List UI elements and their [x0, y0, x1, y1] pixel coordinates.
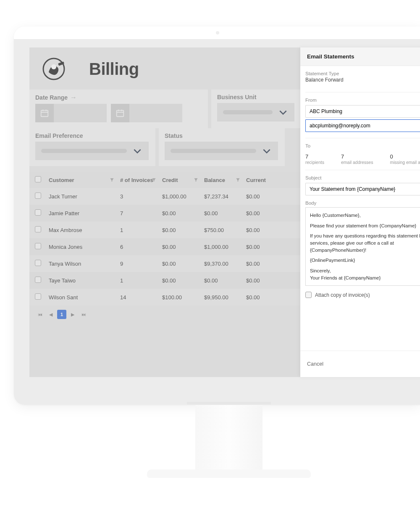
col-invoices: # of Invoices [118, 172, 160, 188]
row-checkbox[interactable] [35, 277, 41, 283]
cell-balance: $0.00 [202, 272, 244, 289]
cell-current: $0.00 [244, 238, 300, 255]
filter-icon[interactable] [110, 178, 114, 182]
cell-current: $0.00 [244, 255, 300, 272]
table-row[interactable]: Max Ambrose1$0.00$750.00$0.00 [29, 222, 300, 238]
cell-customer: Tanya Wilson [46, 255, 118, 272]
attach-invoice-label: Attach copy of invoice(s) [315, 292, 370, 298]
cell-current: $0.00 [244, 222, 300, 238]
cell-balance: $1,000.00 [202, 238, 244, 255]
table-row[interactable]: Jack Turner3$1,000.00$7,237.34$0.00 [29, 188, 300, 205]
cell-invoices: 7 [118, 205, 160, 222]
table-row[interactable]: Jamie Patter7$0.00$0.00$0.00 [29, 205, 300, 222]
email-statements-panel: Email Statements Statement Type Balance … [300, 47, 420, 377]
svg-rect-3 [41, 111, 48, 117]
cell-current: $0.00 [244, 272, 300, 289]
email-pref-select[interactable] [35, 142, 149, 160]
body-textarea[interactable]: Hello {CustomerName}, Please find your s… [305, 207, 420, 286]
from-email-input[interactable] [305, 119, 420, 132]
statement-type-label: Statement Type [305, 71, 344, 76]
cell-customer: Jamie Patter [46, 205, 118, 222]
row-checkbox[interactable] [35, 260, 41, 266]
cell-customer: Wilson Sant [46, 289, 118, 306]
cell-invoices: 9 [118, 255, 160, 272]
monitor-base [147, 470, 311, 478]
table-row[interactable]: Taye Taiwo1$0.00$0.00$0.00 [29, 272, 300, 289]
row-checkbox[interactable] [35, 193, 41, 199]
filter-business-unit: Business Unit [211, 90, 300, 128]
table-row[interactable]: Monica Jones6$0.00$1,000.00$0.00 [29, 238, 300, 255]
cell-customer: Monica Jones [46, 238, 118, 255]
filters-row-2: Email Preference Status [29, 128, 300, 166]
col-balance: Balance [202, 172, 244, 188]
cell-customer: Max Ambrose [46, 222, 118, 238]
cell-balance: $0.00 [202, 205, 244, 222]
page-title: Billing [89, 60, 139, 79]
cell-balance: $9,950.00 [202, 289, 244, 306]
cell-customer: Jack Turner [46, 188, 118, 205]
table-row[interactable]: Wilson Sant14$100.00$9,950.00$0.00 [29, 289, 300, 306]
row-checkbox[interactable] [35, 293, 41, 300]
cell-credit: $0.00 [160, 238, 202, 255]
filter-label: Email Preference [35, 132, 83, 139]
select-placeholder [41, 149, 127, 153]
missing-emails-stat: 0 missing email ad [390, 153, 420, 165]
customers-table: Customer # of Invoices Credit Balance [29, 172, 300, 323]
monitor-bezel [14, 26, 420, 39]
attach-invoice-checkbox[interactable] [305, 292, 312, 298]
cell-credit: $0.00 [160, 272, 202, 289]
subject-input[interactable] [305, 183, 420, 195]
select-placeholder [171, 149, 256, 153]
row-checkbox[interactable] [35, 209, 41, 216]
cell-invoices: 1 [118, 272, 160, 289]
company-logo-icon [41, 58, 68, 80]
calendar-icon [35, 104, 54, 122]
chevron-down-icon [278, 107, 289, 118]
monitor-frame: Billing Date Range → [14, 26, 420, 405]
filter-icon[interactable] [152, 178, 156, 182]
billing-app: Billing Date Range → [29, 47, 300, 377]
filter-icon[interactable] [236, 178, 240, 182]
filter-date-range: Date Range → [29, 90, 208, 128]
status-select[interactable] [165, 142, 278, 160]
page-first-button[interactable]: ⏮ [35, 310, 45, 319]
cell-customer: Taye Taiwo [46, 272, 118, 289]
page-prev-button[interactable]: ◀ [46, 310, 55, 319]
cell-invoices: 1 [118, 222, 160, 238]
cell-credit: $0.00 [160, 255, 202, 272]
page-number[interactable]: 1 [57, 310, 66, 319]
cell-balance: $9,370.00 [202, 255, 244, 272]
cell-invoices: 14 [118, 289, 160, 306]
arrow-right-icon: → [70, 94, 77, 101]
cell-current: $0.00 [244, 289, 300, 306]
date-end-input[interactable] [111, 104, 182, 122]
filter-label: Status [165, 132, 183, 139]
select-all-checkbox[interactable] [35, 176, 41, 182]
filter-status: Status [159, 128, 285, 166]
col-credit: Credit [160, 172, 202, 188]
page-last-button[interactable]: ⏭ [79, 310, 88, 319]
svg-point-1 [51, 64, 56, 69]
cell-balance: $750.00 [202, 222, 244, 238]
filter-icon[interactable] [194, 178, 198, 182]
cell-invoices: 3 [118, 188, 160, 205]
monitor-stand [195, 404, 262, 471]
cell-current: $0.00 [244, 205, 300, 222]
cell-credit: $0.00 [160, 222, 202, 238]
row-checkbox[interactable] [35, 226, 41, 232]
recipients-stat: 7 recipients [305, 153, 324, 165]
row-checkbox[interactable] [35, 243, 41, 249]
from-name-input[interactable] [305, 105, 420, 118]
body-label: Body [305, 200, 420, 206]
chevron-down-icon [132, 145, 143, 156]
screen: Billing Date Range → [14, 39, 420, 405]
cell-credit: $1,000.00 [160, 188, 202, 205]
filters-row-1: Date Range → [29, 90, 300, 128]
cancel-button[interactable]: Cancel [307, 361, 323, 367]
camera-icon [216, 31, 219, 34]
table-row[interactable]: Tanya Wilson9$0.00$9,370.00$0.00 [29, 255, 300, 272]
date-start-input[interactable] [35, 104, 107, 122]
page-next-button[interactable]: ▶ [68, 310, 77, 319]
business-unit-select[interactable] [217, 103, 294, 121]
panel-footer: Cancel Pr [300, 351, 420, 377]
